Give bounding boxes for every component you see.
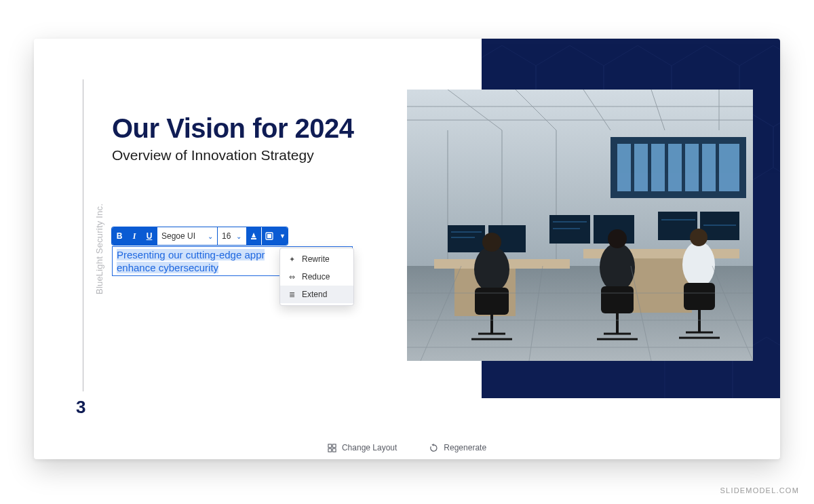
svg-rect-57 (267, 234, 271, 238)
svg-point-37 (482, 233, 501, 252)
font-size-value: 16 (222, 231, 231, 241)
bold-button[interactable]: B (112, 231, 127, 241)
svg-rect-16 (719, 144, 739, 191)
ai-menu-extend[interactable]: ≣ Extend (280, 286, 353, 303)
svg-rect-59 (332, 444, 336, 447)
change-layout-button[interactable]: Change Layout (328, 443, 397, 452)
font-color-button[interactable] (246, 227, 261, 245)
svg-rect-12 (651, 144, 665, 191)
svg-rect-24 (448, 225, 485, 252)
slide-editor-frame: BlueLight Security Inc. Our Vision for 2… (34, 39, 780, 459)
ai-menu: ✦ Rewrite ⇔ Reduce ≣ Extend (279, 248, 354, 306)
font-family-value: Segoe UI (161, 231, 195, 241)
ai-menu-label: Rewrite (302, 254, 330, 264)
svg-point-38 (600, 243, 635, 292)
refresh-icon (429, 444, 438, 452)
slide-subtitle[interactable]: Overview of Innovation Strategy (112, 147, 314, 163)
svg-point-41 (690, 229, 708, 246)
extend-icon: ≣ (287, 290, 296, 299)
regenerate-button[interactable]: Regenerate (429, 443, 486, 452)
reduce-icon: ⇔ (287, 273, 296, 282)
svg-rect-61 (332, 448, 336, 452)
ai-tools-button[interactable] (262, 227, 277, 245)
sparkle-icon: ✦ (287, 255, 296, 264)
font-size-select[interactable]: 16 ⌄ (217, 227, 246, 245)
underline-button[interactable]: U (142, 231, 157, 241)
svg-rect-14 (685, 144, 699, 191)
svg-rect-60 (328, 448, 332, 452)
chevron-down-icon: ⌄ (208, 233, 213, 240)
svg-rect-15 (702, 144, 716, 191)
body-text-line1: Presenting our cutting-edge appr (117, 249, 265, 260)
bottom-action-bar: Change Layout Regenerate (34, 443, 780, 452)
change-layout-label: Change Layout (342, 443, 397, 452)
svg-point-40 (682, 241, 715, 288)
ai-menu-label: Reduce (302, 272, 330, 282)
slide-image (407, 90, 753, 361)
watermark: SLIDEMODEL.COM (720, 486, 799, 495)
svg-rect-26 (549, 215, 590, 244)
svg-rect-43 (601, 286, 634, 313)
italic-button[interactable]: I (127, 231, 142, 241)
svg-point-39 (608, 229, 627, 248)
svg-rect-55 (251, 238, 256, 239)
grid-icon (328, 444, 336, 452)
side-divider (83, 79, 83, 391)
svg-rect-44 (684, 283, 715, 310)
svg-point-36 (474, 246, 509, 292)
svg-rect-58 (328, 444, 332, 447)
format-toolbar: B I U Segoe UI ⌄ 16 ⌄ ▼ (112, 227, 288, 245)
svg-rect-13 (668, 144, 682, 191)
svg-rect-10 (617, 144, 631, 191)
ai-tools-dropdown-toggle[interactable]: ▼ (277, 227, 288, 245)
ai-menu-reduce[interactable]: ⇔ Reduce (280, 268, 353, 286)
slide-title[interactable]: Our Vision for 2024 (112, 113, 354, 144)
ai-menu-rewrite[interactable]: ✦ Rewrite (280, 250, 353, 268)
ai-menu-label: Extend (302, 290, 327, 299)
svg-rect-42 (475, 288, 509, 315)
svg-rect-11 (634, 144, 648, 191)
regenerate-label: Regenerate (444, 443, 486, 452)
body-text-line2: enhance cybersecurity (117, 262, 218, 273)
chevron-down-icon: ⌄ (236, 233, 241, 240)
company-label: BlueLight Security Inc. (94, 203, 104, 294)
font-family-select[interactable]: Segoe UI ⌄ (157, 227, 217, 245)
slide-number: 3 (76, 397, 85, 418)
